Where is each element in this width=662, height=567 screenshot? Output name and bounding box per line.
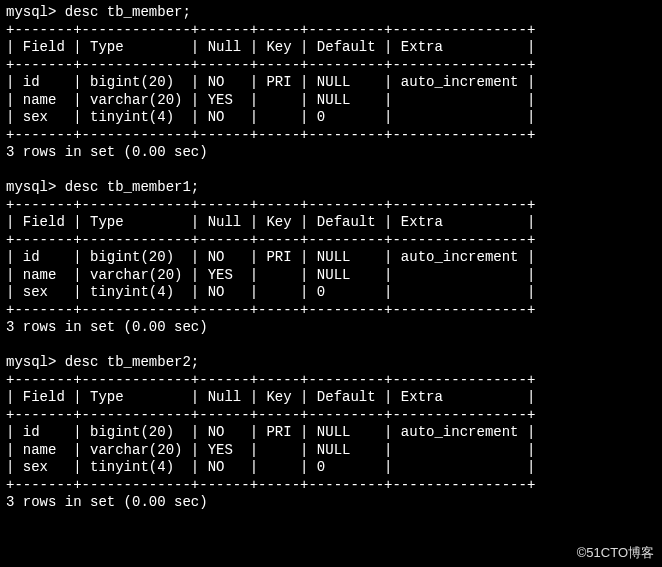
table-header-row: | Field | Type | Null | Key | Default | … [6,389,656,407]
table-separator: +-------+-------------+------+-----+----… [6,302,656,320]
mysql-prompt-line: mysql> desc tb_member; [6,4,656,22]
desc-block-0: mysql> desc tb_member;+-------+---------… [6,4,656,162]
table-row: | id | bigint(20) | NO | PRI | NULL | au… [6,424,656,442]
table-row: | sex | tinyint(4) | NO | | 0 | | [6,459,656,477]
blank-line [6,162,656,180]
mysql-terminal: mysql> desc tb_member;+-------+---------… [0,0,662,516]
table-row: | name | varchar(20) | YES | | NULL | | [6,92,656,110]
desc-block-1: mysql> desc tb_member1;+-------+--------… [6,179,656,337]
mysql-prompt-line: mysql> desc tb_member1; [6,179,656,197]
desc-block-2: mysql> desc tb_member2;+-------+--------… [6,354,656,512]
table-separator: +-------+-------------+------+-----+----… [6,57,656,75]
table-row: | name | varchar(20) | YES | | NULL | | [6,267,656,285]
table-separator: +-------+-------------+------+-----+----… [6,197,656,215]
table-separator: +-------+-------------+------+-----+----… [6,477,656,495]
table-separator: +-------+-------------+------+-----+----… [6,22,656,40]
result-summary: 3 rows in set (0.00 sec) [6,319,656,337]
table-separator: +-------+-------------+------+-----+----… [6,407,656,425]
table-row: | id | bigint(20) | NO | PRI | NULL | au… [6,74,656,92]
table-separator: +-------+-------------+------+-----+----… [6,232,656,250]
table-header-row: | Field | Type | Null | Key | Default | … [6,39,656,57]
table-separator: +-------+-------------+------+-----+----… [6,127,656,145]
table-header-row: | Field | Type | Null | Key | Default | … [6,214,656,232]
blank-line [6,337,656,355]
result-summary: 3 rows in set (0.00 sec) [6,144,656,162]
watermark-label: ©51CTO博客 [577,545,654,561]
table-row: | id | bigint(20) | NO | PRI | NULL | au… [6,249,656,267]
mysql-prompt-line: mysql> desc tb_member2; [6,354,656,372]
result-summary: 3 rows in set (0.00 sec) [6,494,656,512]
table-row: | name | varchar(20) | YES | | NULL | | [6,442,656,460]
table-row: | sex | tinyint(4) | NO | | 0 | | [6,109,656,127]
table-separator: +-------+-------------+------+-----+----… [6,372,656,390]
table-row: | sex | tinyint(4) | NO | | 0 | | [6,284,656,302]
